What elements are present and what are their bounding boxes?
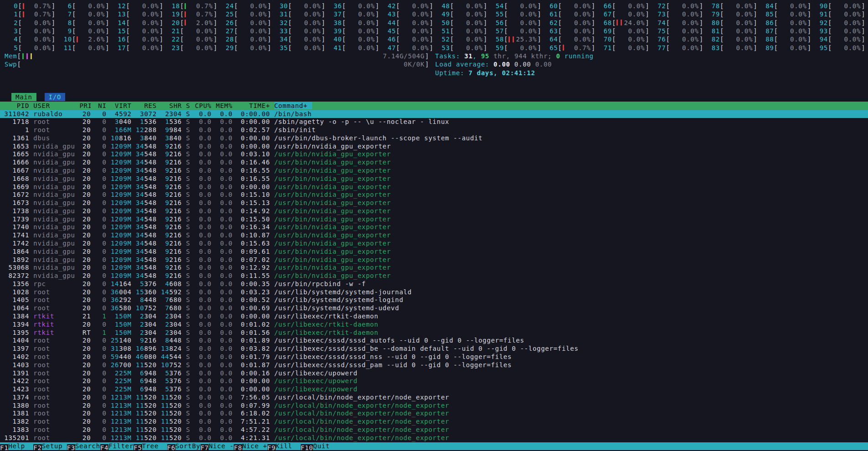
process-row-1739[interactable]: 1739nvidia_gpu2001209M345489216S0.00.00:… xyxy=(0,215,868,224)
mem-value-megabytes: 34 xyxy=(136,150,144,158)
process-row-135201[interactable]: 135201root2001213M1152011520S0.00.04:21.… xyxy=(0,434,868,442)
tab-io[interactable]: I/O xyxy=(45,93,65,101)
process-row-1673[interactable]: 1673nvidia_gpu2001209M345489216S0.00.00:… xyxy=(0,199,868,207)
process-row-1383[interactable]: 1383root2001213M1152011520S0.00.04:57.22… xyxy=(0,426,868,434)
process-row-1381[interactable]: 1381root2001213M1152011520S0.00.06:18.02… xyxy=(0,410,868,418)
fkey-label: Kill xyxy=(276,442,301,450)
column-header-cpu[interactable]: CPU% xyxy=(195,102,211,110)
process-row-1668[interactable]: 1668nvidia_gpu2001209M345489216S0.00.00:… xyxy=(0,175,868,183)
cpu-open-bracket: [ xyxy=(828,2,832,10)
fkey-f6[interactable]: F6SortBy xyxy=(167,442,200,450)
cpu-percent: 0.0% xyxy=(304,35,321,43)
mem-value-megabytes: 1213M xyxy=(111,426,132,433)
process-row-1391[interactable]: 1391root200225M69485376S0.00.00:00.16/us… xyxy=(0,369,868,378)
mem-value-megabytes: 11 xyxy=(136,394,144,401)
load-segment: 0.00 xyxy=(535,61,552,68)
cell-priority: 20 xyxy=(79,223,91,231)
process-row-1892[interactable]: 1892nvidia_gpu2001209M345489216S0.00.00:… xyxy=(0,256,868,264)
process-row-1423[interactable]: 1423root200225M69485376S0.00.00:00.00/us… xyxy=(0,385,868,394)
fkey-f4[interactable]: F4Filter xyxy=(100,442,134,450)
column-header-virt[interactable]: VIRT xyxy=(111,102,132,110)
tab-main[interactable]: Main xyxy=(11,93,36,101)
cell-nice: 0 xyxy=(95,410,107,418)
process-row-1405[interactable]: 1405root2003629284487680S0.00.00:00.52/u… xyxy=(0,296,868,304)
fkey-f2[interactable]: F2Setup xyxy=(33,442,67,450)
mem-value-kilobytes: 520 xyxy=(169,402,182,409)
fkey-f10[interactable]: F10Quit xyxy=(301,442,338,450)
process-row-1666[interactable]: 1666nvidia_gpu2001209M345489216S0.00.00:… xyxy=(0,159,868,167)
cpu-open-bracket: [ xyxy=(612,35,616,43)
fkey-f3[interactable]: F3Search xyxy=(67,442,100,450)
mem-value-megabytes: 9 xyxy=(165,183,169,190)
mem-value-megabytes: 16 xyxy=(136,345,144,352)
fkey-f8[interactable]: F8Nice + xyxy=(234,442,267,450)
process-row-1422[interactable]: 1422root200225M69485376S0.00.00:00.00/us… xyxy=(0,377,868,385)
mem-value-megabytes: 9 xyxy=(165,150,169,158)
column-header-mem[interactable]: MEM% xyxy=(216,102,232,110)
cpu-meter-48: 48[0.0%] xyxy=(437,2,488,10)
cpu-open-bracket: [ xyxy=(234,27,238,35)
process-row-1374[interactable]: 1374root2001213M1152011520S0.00.07:56.05… xyxy=(0,394,868,402)
process-row-311042[interactable]: 311042rubaldo200459230722304S0.00.00:00.… xyxy=(0,110,868,118)
fkey-f9[interactable]: F9Kill xyxy=(267,442,301,450)
process-row-1653[interactable]: 1653nvidia_gpu2001209M345489216S0.00.00:… xyxy=(0,143,868,151)
cpu-open-bracket: [ xyxy=(774,44,778,52)
column-header-pid[interactable]: PID xyxy=(4,102,29,110)
cell-shr: 9216 xyxy=(161,207,182,215)
mem-value-megabytes: 4 xyxy=(115,110,119,118)
process-row-1665[interactable]: 1665nvidia_gpu2001209M345489216S0.00.00:… xyxy=(0,150,868,159)
cpu-close-bracket: ] xyxy=(591,19,596,27)
mem-value-kilobytes: 548 xyxy=(144,215,156,223)
fkey-label: Quit xyxy=(313,442,338,450)
process-row-53068[interactable]: 53068nvidia_gpu2001209M345489216S0.00.00… xyxy=(0,264,868,272)
process-row-1742[interactable]: 1742nvidia_gpu2001209M345489216S0.00.00:… xyxy=(0,240,868,248)
mem-value-kilobytes: 216 xyxy=(169,231,182,239)
process-row-1718[interactable]: 1718root200304015361536S0.00.00:00.00/sb… xyxy=(0,118,868,126)
column-header-pri[interactable]: PRI xyxy=(79,102,91,110)
process-row-1741[interactable]: 1741nvidia_gpu2001209M345489216S0.00.00:… xyxy=(0,231,868,240)
process-row-1404[interactable]: 1404root2002514092168448S0.00.00:01.89/u… xyxy=(0,337,868,345)
fkey-f1[interactable]: F1Help xyxy=(0,442,33,450)
uptime-segment: Uptime: xyxy=(435,69,468,77)
mem-value-kilobytes: 592 xyxy=(169,288,182,296)
cell-pid: 82372 xyxy=(4,272,29,280)
column-header-user[interactable]: USER xyxy=(33,102,75,110)
process-row-1403[interactable]: 1403root200267001152010752S0.00.00:01.87… xyxy=(0,361,868,369)
process-row-1672[interactable]: 1672nvidia_gpu2001209M345489216S0.00.00:… xyxy=(0,191,868,199)
process-row-1402[interactable]: 1402root200594404608044544S0.00.00:01.79… xyxy=(0,353,868,361)
process-row-1395[interactable]: 1395rtkitRT1150M23042304S0.00.00:01.56/u… xyxy=(0,329,868,337)
fkey-f5[interactable]: F5Tree xyxy=(134,442,167,450)
cpu-close-bracket: ] xyxy=(591,10,596,18)
column-header-s[interactable]: S xyxy=(186,102,190,110)
process-row-1394[interactable]: 1394rtkit200150M23042304S0.00.00:01.02/u… xyxy=(0,321,868,329)
process-row-1864[interactable]: 1864nvidia_gpu2001209M345489216S0.00.00:… xyxy=(0,248,868,256)
process-row-1667[interactable]: 1667nvidia_gpu2001209M345489216S0.00.00:… xyxy=(0,167,868,175)
process-row-1[interactable]: 1root200166M122889984S0.00.00:02.57/sbin… xyxy=(0,126,868,134)
column-header-cmd[interactable]: Command+ xyxy=(274,102,868,110)
fkey-f7[interactable]: F7Nice - xyxy=(200,442,234,450)
process-row-82372[interactable]: 82372nvidia_gpu2001209M345489216S0.00.00… xyxy=(0,272,868,280)
process-row-1382[interactable]: 1382root2001213M1152011520S0.00.07:51.21… xyxy=(0,418,868,426)
process-row-1738[interactable]: 1738nvidia_gpu2001209M345489216S0.00.00:… xyxy=(0,207,868,215)
column-header-res[interactable]: RES xyxy=(136,102,157,110)
cell-state: S xyxy=(186,345,190,353)
column-header-shr[interactable]: SHR xyxy=(161,102,182,110)
column-header-ni[interactable]: NI xyxy=(95,102,107,110)
cpu-bar: 0.0% xyxy=(562,2,591,10)
process-row-1397[interactable]: 1397root200313081689613824S0.00.00:03.82… xyxy=(0,345,868,353)
process-row-1361[interactable]: 1361dbus2001081638403840S0.00.00:00.00/u… xyxy=(0,134,868,143)
cpu-meter-66: 66[0.0%] xyxy=(600,2,650,10)
process-row-1380[interactable]: 1380root2001213M1152011520S0.00.00:07.99… xyxy=(0,402,868,410)
process-row-1740[interactable]: 1740nvidia_gpu2001209M345489216S0.00.00:… xyxy=(0,223,868,231)
mem-value-megabytes: 9 xyxy=(165,248,169,255)
cpu-bar: 0.0% xyxy=(22,44,51,52)
process-row-1064[interactable]: 1064root20036580107527680S0.00.00:00.69/… xyxy=(0,304,868,313)
process-row-1384[interactable]: 1384rtkit211150M23042304S0.00.00:00.00/u… xyxy=(0,313,868,321)
cpu-bar: 0.0% xyxy=(454,2,483,10)
process-row-1028[interactable]: 1028root200360041536014592S0.00.00:03.23… xyxy=(0,288,868,297)
cpu-meter-85: 85[0.0%] xyxy=(761,10,812,18)
cell-state: S xyxy=(186,377,190,385)
process-row-1356[interactable]: 1356rpc2001416453764608S0.00.00:00.35/us… xyxy=(0,280,868,288)
process-row-1669[interactable]: 1669nvidia_gpu2001209M345489216S0.00.00:… xyxy=(0,183,868,191)
column-header-time[interactable]: TIME+ xyxy=(237,102,270,110)
